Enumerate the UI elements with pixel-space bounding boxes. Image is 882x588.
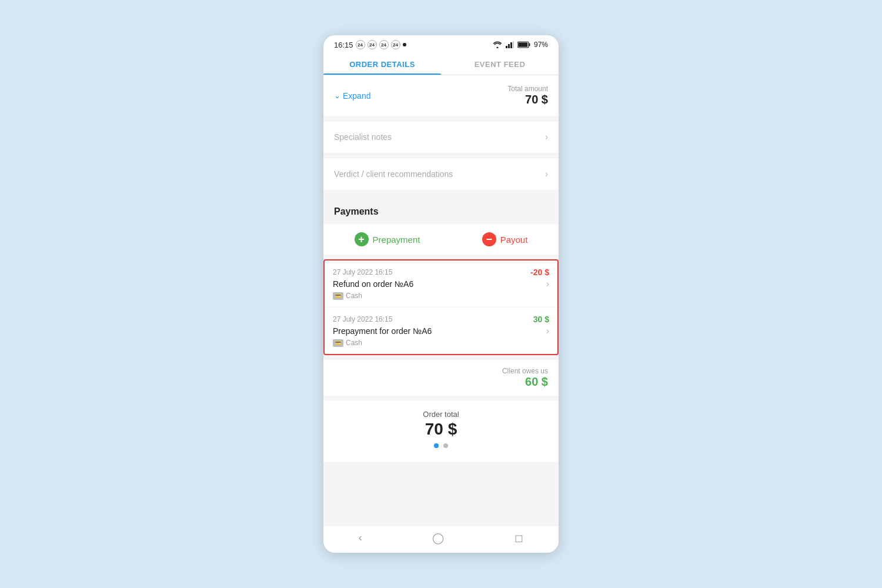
battery-icon bbox=[517, 41, 530, 48]
home-icon: ◯ bbox=[432, 532, 444, 544]
total-amount-card: ⌄ Expand Total amount 70 $ bbox=[323, 75, 559, 116]
payout-label: Payout bbox=[500, 235, 528, 245]
total-right: Total amount 70 $ bbox=[507, 85, 548, 106]
payment-prepayment-top: 27 July 2022 16:15 30 $ bbox=[333, 315, 549, 324]
payment-refund-method: 💳 Cash bbox=[333, 292, 549, 300]
payments-header: Payments bbox=[334, 201, 548, 224]
pagination-dots bbox=[333, 439, 549, 453]
dot-indicator bbox=[403, 43, 406, 46]
bottom-nav: ‹ ◯ ◻ bbox=[323, 525, 559, 553]
phone-frame: 16:15 24 24 24 24 bbox=[323, 35, 559, 553]
wifi-icon bbox=[493, 41, 502, 48]
payments-list-highlighted: 27 July 2022 16:15 -20 $ Refund on order… bbox=[323, 259, 559, 355]
cash-icon-prepayment: 💳 bbox=[333, 339, 343, 347]
payments-actions: + Prepayment − Payout bbox=[323, 224, 559, 255]
prepayment-plus-icon: + bbox=[355, 232, 369, 246]
specialist-notes-row[interactable]: Specialist notes › bbox=[323, 121, 559, 153]
recent-icon: ◻ bbox=[514, 532, 523, 544]
expand-label: Expand bbox=[343, 91, 370, 101]
pagination-dot-1[interactable] bbox=[434, 443, 439, 448]
client-owes-card: Client owes us 60 $ bbox=[323, 360, 559, 396]
prepayment-button[interactable]: + Prepayment bbox=[355, 232, 420, 246]
badge-2: 24 bbox=[368, 40, 377, 49]
status-bar: 16:15 24 24 24 24 bbox=[323, 35, 559, 52]
tab-order-details[interactable]: ORDER DETAILS bbox=[323, 52, 441, 75]
payment-refund-chevron-icon: › bbox=[546, 279, 549, 289]
payment-refund-desc-row: Refund on order №A6 › bbox=[333, 279, 549, 289]
svg-rect-3 bbox=[513, 41, 514, 48]
total-value: 70 $ bbox=[507, 93, 548, 106]
payout-button[interactable]: − Payout bbox=[482, 232, 528, 246]
payment-refund-method-label: Cash bbox=[346, 292, 362, 300]
status-time: 16:15 24 24 24 24 bbox=[334, 40, 406, 49]
bottom-nav-back[interactable]: ‹ bbox=[359, 532, 362, 544]
pagination-dot-2[interactable] bbox=[443, 443, 448, 448]
payments-section: Payments bbox=[323, 195, 559, 224]
time-display: 16:15 bbox=[334, 41, 353, 49]
total-label: Total amount bbox=[507, 85, 548, 93]
verdict-card: Verdict / client recommendations › bbox=[323, 158, 559, 190]
total-amount-row: ⌄ Expand Total amount 70 $ bbox=[323, 75, 559, 116]
verdict-chevron-icon: › bbox=[545, 169, 548, 179]
payment-refund-date: 27 July 2022 16:15 bbox=[333, 268, 392, 276]
payment-prepayment-desc-row: Prepayment for order №A6 › bbox=[333, 326, 549, 336]
verdict-label: Verdict / client recommendations bbox=[334, 169, 453, 179]
expand-button[interactable]: ⌄ Expand bbox=[334, 91, 370, 101]
client-owes-label: Client owes us bbox=[334, 367, 548, 375]
payment-prepayment-date: 27 July 2022 16:15 bbox=[333, 315, 392, 323]
order-total-value: 70 $ bbox=[333, 420, 549, 439]
payment-refund-top: 27 July 2022 16:15 -20 $ bbox=[333, 268, 549, 277]
bottom-nav-home[interactable]: ◯ bbox=[432, 532, 444, 544]
verdict-row[interactable]: Verdict / client recommendations › bbox=[323, 158, 559, 190]
payment-entry-prepayment[interactable]: 27 July 2022 16:15 30 $ Prepayment for o… bbox=[325, 308, 557, 354]
specialist-notes-chevron-icon: › bbox=[545, 132, 548, 142]
svg-rect-2 bbox=[510, 42, 512, 48]
order-total-label: Order total bbox=[333, 410, 549, 419]
specialist-notes-label: Specialist notes bbox=[334, 132, 392, 142]
status-right-icons: 97% bbox=[493, 41, 548, 49]
payment-prepayment-method: 💳 Cash bbox=[333, 339, 549, 347]
payment-prepayment-method-label: Cash bbox=[346, 339, 362, 347]
specialist-notes-card: Specialist notes › bbox=[323, 121, 559, 153]
expand-chevron-icon: ⌄ bbox=[334, 91, 340, 100]
payment-refund-desc: Refund on order №A6 bbox=[333, 279, 413, 289]
payout-minus-icon: − bbox=[482, 232, 496, 246]
badge-1: 24 bbox=[356, 40, 365, 49]
payment-prepayment-amount: 30 $ bbox=[533, 315, 549, 324]
prepayment-label: Prepayment bbox=[373, 235, 420, 245]
badge-3: 24 bbox=[379, 40, 389, 49]
payment-entry-refund[interactable]: 27 July 2022 16:15 -20 $ Refund on order… bbox=[325, 260, 557, 308]
order-total-card: Order total 70 $ bbox=[323, 400, 559, 462]
svg-rect-1 bbox=[508, 44, 510, 48]
back-icon: ‹ bbox=[359, 532, 362, 544]
cash-icon-refund: 💳 bbox=[333, 292, 343, 300]
tab-event-feed[interactable]: EVENT FEED bbox=[441, 52, 559, 75]
main-content: ⌄ Expand Total amount 70 $ Specialist no… bbox=[323, 75, 559, 525]
svg-rect-0 bbox=[506, 46, 507, 48]
payment-refund-amount: -20 $ bbox=[530, 268, 549, 277]
tabs-container: ORDER DETAILS EVENT FEED bbox=[323, 52, 559, 75]
payment-prepayment-chevron-icon: › bbox=[546, 326, 549, 336]
svg-rect-5 bbox=[529, 44, 530, 46]
payment-prepayment-desc: Prepayment for order №A6 bbox=[333, 326, 432, 336]
badge-4: 24 bbox=[391, 40, 400, 49]
battery-percentage: 97% bbox=[534, 41, 548, 49]
svg-rect-6 bbox=[518, 42, 527, 47]
signal-icon bbox=[506, 41, 514, 48]
bottom-nav-recent[interactable]: ◻ bbox=[514, 532, 523, 544]
client-owes-value: 60 $ bbox=[334, 375, 548, 389]
